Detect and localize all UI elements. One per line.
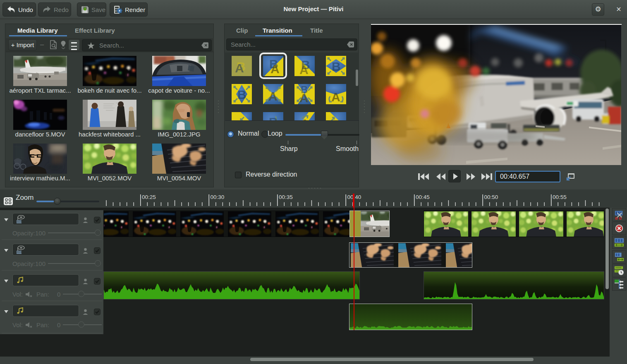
- svg-text:00:25: 00:25: [142, 194, 156, 200]
- svg-text:00:50: 00:50: [484, 194, 498, 200]
- svg-text:A: A: [237, 118, 246, 121]
- svg-text:00:55: 00:55: [553, 194, 567, 200]
- svg-text:B: B: [332, 60, 341, 73]
- svg-text:A: A: [300, 117, 309, 121]
- svg-text:B: B: [333, 117, 342, 121]
- svg-text:A: A: [299, 91, 309, 104]
- svg-text:A: A: [331, 90, 340, 104]
- svg-text:00:30: 00:30: [210, 194, 224, 200]
- svg-text:B: B: [237, 88, 246, 101]
- svg-text:A: A: [268, 89, 278, 103]
- svg-text:A: A: [235, 61, 244, 75]
- svg-text:B: B: [269, 115, 278, 121]
- svg-text:00:45: 00:45: [416, 194, 430, 200]
- svg-text:00:35: 00:35: [279, 194, 293, 200]
- svg-text:A: A: [299, 63, 309, 76]
